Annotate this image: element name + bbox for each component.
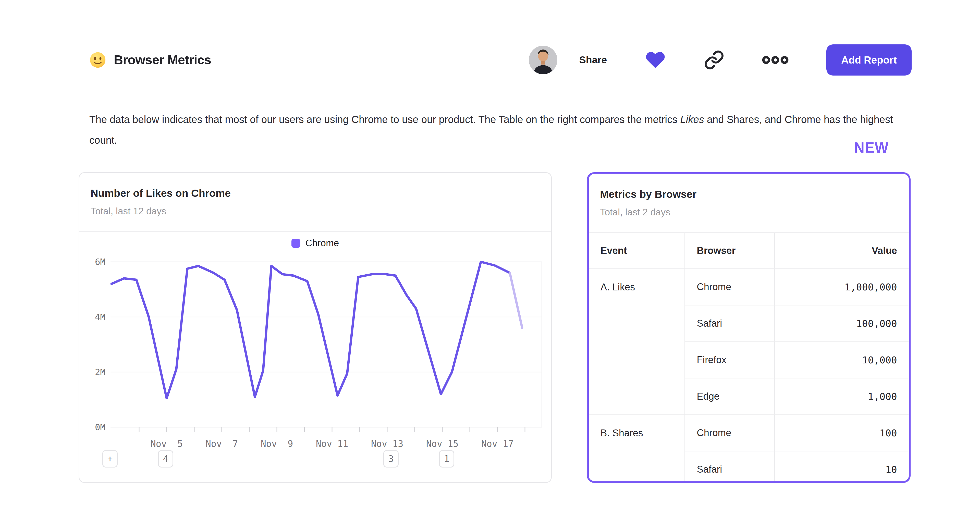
page-title: Browser Metrics: [114, 53, 211, 67]
cards-row: Number of Likes on Chrome Total, last 12…: [79, 172, 911, 483]
y-axis-label: 6M: [95, 257, 105, 267]
browser-cell: Safari: [685, 305, 775, 342]
table-card-title: Metrics by Browser: [600, 188, 897, 200]
table-header-row: Event Browser Value: [589, 233, 909, 269]
value-cell: 100: [775, 415, 909, 451]
chrome-likes-line: [111, 262, 510, 398]
topbar: Browser Metrics Share: [89, 38, 912, 82]
x-axis-label: Nov 5: [151, 439, 183, 449]
value-cell: 10,000: [775, 342, 909, 378]
legend-label-chrome: Chrome: [305, 238, 339, 248]
chart-card-subtitle: Total, last 12 days: [91, 206, 540, 217]
chart-annotations-row: +431: [80, 450, 551, 468]
page-title-wrap: Browser Metrics: [89, 51, 211, 68]
browser-cell: Safari: [685, 451, 775, 483]
avatar-photo: [529, 46, 557, 74]
value-cell: 100,000: [775, 305, 909, 342]
metrics-table-card: Metrics by Browser Total, last 2 days Ev…: [587, 172, 911, 483]
table-row[interactable]: B. Shares Chrome 100: [589, 415, 909, 451]
add-report-button[interactable]: Add Report: [826, 45, 912, 76]
chart-area: Chrome 6M4M2M0MNov 5Nov 7Nov 9Nov 11Nov …: [80, 232, 551, 481]
event-cell-likes: A. Likes: [589, 269, 685, 415]
page: Browser Metrics Share: [0, 0, 980, 516]
topbar-actions: Share Add Report: [529, 45, 912, 76]
column-header-value: Value: [775, 233, 909, 269]
y-axis-label: 4M: [95, 312, 105, 322]
avatar[interactable]: [529, 46, 557, 74]
table-card-header: Metrics by Browser Total, last 2 days: [589, 174, 909, 233]
x-axis-label: Nov 15: [426, 439, 458, 449]
new-badge: NEW: [854, 139, 889, 156]
value-cell: 1,000,000: [775, 269, 909, 305]
annotation-count-badge[interactable]: 4: [158, 450, 173, 468]
table-card-subtitle: Total, last 2 days: [600, 207, 897, 218]
chart-card-header: Number of Likes on Chrome Total, last 12…: [80, 173, 551, 232]
event-cell-shares: B. Shares: [589, 415, 685, 483]
browser-cell: Chrome: [685, 415, 775, 451]
browser-cell: Edge: [685, 378, 775, 415]
y-axis-label: 2M: [95, 367, 105, 377]
likes-chart-card: Number of Likes on Chrome Total, last 12…: [79, 172, 552, 483]
smiley-emoji-icon: [89, 51, 106, 68]
favorite-heart-icon[interactable]: [645, 49, 666, 71]
x-axis-label: Nov 11: [316, 439, 348, 449]
browser-cell: Chrome: [685, 269, 775, 305]
table-row[interactable]: A. Likes Chrome 1,000,000: [589, 269, 909, 305]
browser-cell: Firefox: [685, 342, 775, 378]
description-part1: The data below indicates that most of ou…: [89, 114, 680, 125]
likes-chart-svg: 6M4M2M0MNov 5Nov 7Nov 9Nov 11Nov 13Nov 1…: [80, 256, 551, 452]
chart-legend[interactable]: Chrome: [80, 238, 551, 248]
value-cell: 10: [775, 451, 909, 483]
y-axis-label: 0M: [95, 422, 105, 432]
legend-swatch-chrome: [291, 239, 301, 248]
metrics-table: Event Browser Value A. Likes Chrome 1,00…: [589, 233, 909, 483]
x-axis-label: Nov 7: [206, 439, 238, 449]
x-axis-label: Nov 13: [371, 439, 403, 449]
x-axis-label: Nov 9: [261, 439, 293, 449]
annotation-count-badge[interactable]: 3: [383, 450, 399, 468]
x-axis-label: Nov 17: [481, 439, 514, 449]
copy-link-icon[interactable]: [704, 50, 724, 70]
add-annotation-badge[interactable]: +: [102, 450, 118, 468]
chrome-likes-line-faded: [510, 273, 522, 328]
share-button[interactable]: Share: [579, 54, 607, 65]
value-cell: 1,000: [775, 378, 909, 415]
annotation-count-badge[interactable]: 1: [439, 450, 454, 468]
column-header-event: Event: [589, 233, 685, 269]
column-header-browser: Browser: [685, 233, 775, 269]
chart-card-title: Number of Likes on Chrome: [91, 187, 540, 199]
more-options-icon[interactable]: [762, 54, 789, 65]
description-text: The data below indicates that most of ou…: [89, 109, 914, 151]
description-italic-likes: Likes: [680, 114, 704, 125]
